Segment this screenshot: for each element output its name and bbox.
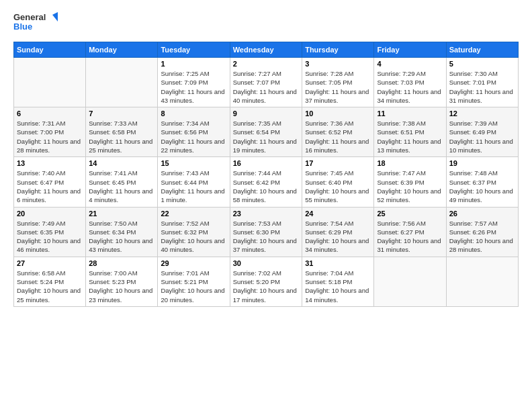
day-number: 20 [17,210,83,218]
weekday-header-sunday: Sunday [14,42,86,58]
calendar-cell: 23Sunrise: 7:53 AMSunset: 6:30 PMDayligh… [230,207,302,257]
weekday-header-row: SundayMondayTuesdayWednesdayThursdayFrid… [14,42,519,58]
week-row-4: 20Sunrise: 7:49 AMSunset: 6:35 PMDayligh… [14,207,519,257]
day-info: Sunrise: 7:54 AMSunset: 6:29 PMDaylight:… [305,219,371,255]
day-number: 31 [305,259,371,267]
day-number: 14 [89,159,154,167]
day-number: 11 [377,109,443,118]
calendar-cell: 17Sunrise: 7:45 AMSunset: 6:40 PMDayligh… [302,157,374,207]
calendar-cell: 22Sunrise: 7:52 AMSunset: 6:32 PMDayligh… [158,207,230,257]
day-number: 15 [161,159,226,167]
week-row-5: 27Sunrise: 6:58 AMSunset: 5:24 PMDayligh… [14,257,519,306]
day-info: Sunrise: 7:48 AMSunset: 6:37 PMDaylight:… [449,169,515,204]
day-info: Sunrise: 7:38 AMSunset: 6:51 PMDaylight:… [377,119,443,154]
day-number: 29 [161,259,226,267]
weekday-header-tuesday: Tuesday [158,42,230,58]
calendar-table: SundayMondayTuesdayWednesdayThursdayFrid… [13,42,519,307]
weekday-header-thursday: Thursday [302,42,374,58]
day-info: Sunrise: 7:25 AMSunset: 7:09 PMDaylight:… [161,69,226,105]
day-info: Sunrise: 7:00 AMSunset: 5:23 PMDaylight:… [89,269,154,304]
calendar-cell: 14Sunrise: 7:41 AMSunset: 6:45 PMDayligh… [86,157,158,207]
day-info: Sunrise: 7:35 AMSunset: 6:54 PMDaylight:… [233,119,299,154]
day-info: Sunrise: 7:39 AMSunset: 6:49 PMDaylight:… [449,119,515,154]
calendar-cell: 20Sunrise: 7:49 AMSunset: 6:35 PMDayligh… [14,207,86,257]
page: General Blue SundayMondayTuesdayWednesda… [0,0,532,314]
day-info: Sunrise: 7:56 AMSunset: 6:27 PMDaylight:… [377,219,443,255]
day-info: Sunrise: 7:28 AMSunset: 7:05 PMDaylight:… [305,69,371,105]
calendar-cell: 16Sunrise: 7:44 AMSunset: 6:42 PMDayligh… [230,157,302,207]
calendar-cell: 28Sunrise: 7:00 AMSunset: 5:23 PMDayligh… [86,257,158,306]
day-info: Sunrise: 7:33 AMSunset: 6:58 PMDaylight:… [89,119,154,154]
calendar-cell: 27Sunrise: 6:58 AMSunset: 5:24 PMDayligh… [14,257,86,306]
calendar-cell: 2Sunrise: 7:27 AMSunset: 7:07 PMDaylight… [230,58,302,107]
day-number: 2 [233,60,299,68]
calendar-cell: 8Sunrise: 7:34 AMSunset: 6:56 PMDaylight… [158,107,230,157]
day-info: Sunrise: 7:04 AMSunset: 5:18 PMDaylight:… [305,269,371,304]
week-row-1: 1Sunrise: 7:25 AMSunset: 7:09 PMDaylight… [14,58,519,107]
day-number: 9 [233,109,299,118]
day-info: Sunrise: 7:52 AMSunset: 6:32 PMDaylight:… [161,219,226,255]
day-number: 25 [377,210,443,218]
day-number: 19 [449,159,515,167]
calendar-cell: 18Sunrise: 7:47 AMSunset: 6:39 PMDayligh… [374,157,446,207]
day-number: 28 [89,259,154,267]
calendar-cell [446,257,518,306]
calendar-cell: 25Sunrise: 7:56 AMSunset: 6:27 PMDayligh… [374,207,446,257]
svg-text:Blue: Blue [13,21,32,32]
day-number: 8 [161,109,226,118]
day-number: 1 [161,60,226,68]
day-number: 27 [17,259,83,267]
calendar-cell: 31Sunrise: 7:04 AMSunset: 5:18 PMDayligh… [302,257,374,306]
day-info: Sunrise: 7:34 AMSunset: 6:56 PMDaylight:… [161,119,226,154]
day-number: 16 [233,159,299,167]
day-info: Sunrise: 7:41 AMSunset: 6:45 PMDaylight:… [89,169,154,204]
calendar-cell: 12Sunrise: 7:39 AMSunset: 6:49 PMDayligh… [446,107,518,157]
day-number: 23 [233,210,299,218]
calendar-cell: 5Sunrise: 7:30 AMSunset: 7:01 PMDaylight… [446,58,518,107]
logo-svg: General Blue [13,11,60,35]
calendar-cell: 7Sunrise: 7:33 AMSunset: 6:58 PMDaylight… [86,107,158,157]
day-number: 13 [17,159,83,167]
day-info: Sunrise: 7:57 AMSunset: 6:26 PMDaylight:… [449,219,515,255]
calendar-cell: 19Sunrise: 7:48 AMSunset: 6:37 PMDayligh… [446,157,518,207]
day-info: Sunrise: 7:30 AMSunset: 7:01 PMDaylight:… [449,69,515,105]
day-number: 12 [449,109,515,118]
logo: General Blue [13,11,60,35]
day-number: 6 [17,109,83,118]
weekday-header-wednesday: Wednesday [230,42,302,58]
svg-marker-2 [52,12,58,21]
day-number: 5 [449,60,515,68]
calendar-cell: 15Sunrise: 7:43 AMSunset: 6:44 PMDayligh… [158,157,230,207]
calendar-cell: 9Sunrise: 7:35 AMSunset: 6:54 PMDaylight… [230,107,302,157]
day-info: Sunrise: 7:29 AMSunset: 7:03 PMDaylight:… [377,69,443,105]
calendar-cell: 24Sunrise: 7:54 AMSunset: 6:29 PMDayligh… [302,207,374,257]
day-info: Sunrise: 7:53 AMSunset: 6:30 PMDaylight:… [233,219,299,255]
header: General Blue [13,11,519,35]
calendar-cell: 13Sunrise: 7:40 AMSunset: 6:47 PMDayligh… [14,157,86,207]
day-number: 22 [161,210,226,218]
week-row-2: 6Sunrise: 7:31 AMSunset: 7:00 PMDaylight… [14,107,519,157]
day-number: 26 [449,210,515,218]
day-info: Sunrise: 7:47 AMSunset: 6:39 PMDaylight:… [377,169,443,204]
day-number: 21 [89,210,154,218]
calendar-cell: 11Sunrise: 7:38 AMSunset: 6:51 PMDayligh… [374,107,446,157]
calendar-cell: 26Sunrise: 7:57 AMSunset: 6:26 PMDayligh… [446,207,518,257]
day-info: Sunrise: 7:43 AMSunset: 6:44 PMDaylight:… [161,169,226,204]
day-number: 24 [305,210,371,218]
day-info: Sunrise: 7:02 AMSunset: 5:20 PMDaylight:… [233,269,299,304]
weekday-header-friday: Friday [374,42,446,58]
day-number: 3 [305,60,371,68]
day-number: 18 [377,159,443,167]
day-number: 4 [377,60,443,68]
calendar-cell [86,58,158,107]
day-number: 17 [305,159,371,167]
calendar-cell: 1Sunrise: 7:25 AMSunset: 7:09 PMDaylight… [158,58,230,107]
day-number: 7 [89,109,154,118]
weekday-header-monday: Monday [86,42,158,58]
day-info: Sunrise: 6:58 AMSunset: 5:24 PMDaylight:… [17,269,83,304]
calendar-cell: 29Sunrise: 7:01 AMSunset: 5:21 PMDayligh… [158,257,230,306]
day-info: Sunrise: 7:27 AMSunset: 7:07 PMDaylight:… [233,69,299,105]
calendar-cell: 10Sunrise: 7:36 AMSunset: 6:52 PMDayligh… [302,107,374,157]
calendar-cell: 6Sunrise: 7:31 AMSunset: 7:00 PMDaylight… [14,107,86,157]
calendar-cell [14,58,86,107]
